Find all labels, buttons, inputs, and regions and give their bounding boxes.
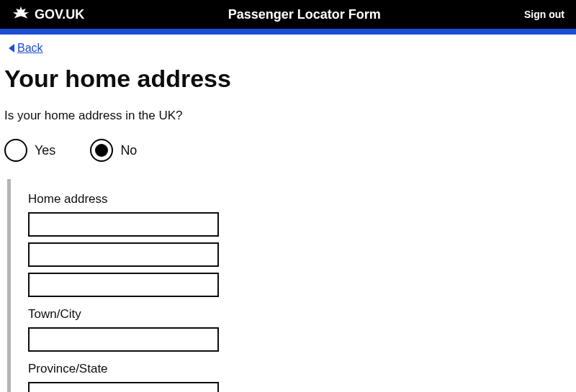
radio-yes[interactable]: Yes — [4, 139, 55, 162]
home-address-label: Home address — [28, 192, 572, 206]
province-label: Province/State — [28, 362, 572, 376]
conditional-panel: Home address Town/City Province/State — [7, 179, 572, 392]
town-label: Town/City — [28, 307, 572, 322]
radio-yes-label: Yes — [35, 143, 55, 158]
site-logo[interactable]: GOV.UK — [12, 5, 84, 24]
question-text: Is your home address in the UK? — [4, 109, 572, 123]
service-name: Passenger Locator Form — [228, 7, 381, 22]
home-address-line1-input[interactable] — [28, 212, 219, 237]
back-label: Back — [17, 42, 43, 55]
radio-icon — [4, 139, 27, 162]
header-divider — [0, 29, 576, 35]
crown-icon — [12, 5, 30, 24]
radio-no[interactable]: No — [90, 139, 137, 162]
caret-left-icon — [9, 44, 14, 53]
site-name: GOV.UK — [35, 7, 84, 22]
radio-selected-icon — [95, 144, 108, 157]
home-address-line3-input[interactable] — [28, 273, 219, 297]
home-address-line2-input[interactable] — [28, 242, 219, 267]
site-header: GOV.UK Passenger Locator Form Sign out — [0, 0, 576, 29]
radio-icon — [90, 139, 113, 162]
back-link[interactable]: Back — [9, 42, 43, 55]
sign-out-link[interactable]: Sign out — [524, 9, 564, 20]
radio-group: Yes No — [4, 139, 572, 162]
province-input[interactable] — [28, 382, 219, 392]
radio-no-label: No — [120, 143, 137, 158]
town-input[interactable] — [28, 327, 219, 352]
page-title: Your home address — [4, 65, 572, 93]
